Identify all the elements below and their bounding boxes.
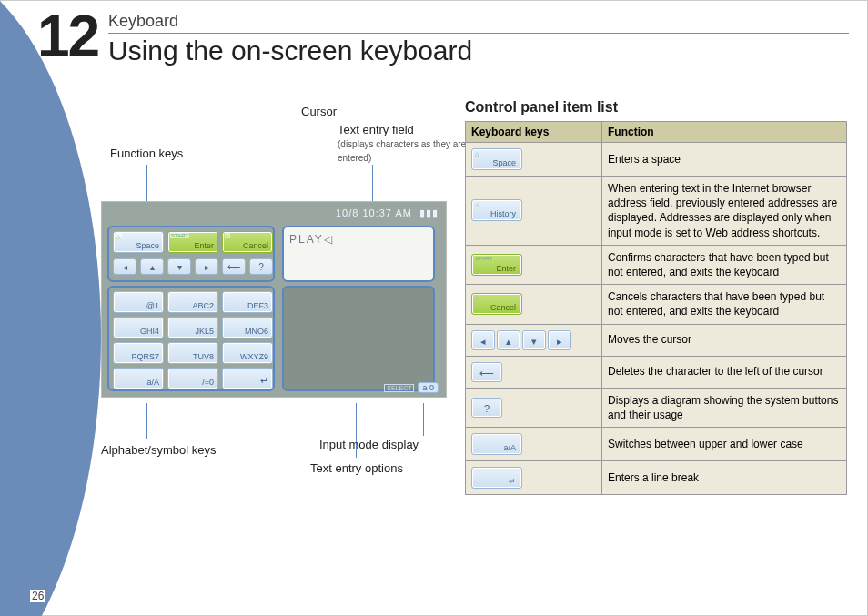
table-row: STARTEnter Confirms characters that have… <box>466 245 847 284</box>
key-6[interactable]: MNO6 <box>222 317 273 338</box>
table-row: ⟵ Deletes the character to the left of t… <box>466 356 847 388</box>
arrow-up-icon: ▴ <box>497 330 520 350</box>
key-9[interactable]: WXYZ9 <box>222 342 273 364</box>
text-entry-options-area[interactable] <box>282 286 435 391</box>
key-arrow-left[interactable]: ◂ <box>113 258 136 275</box>
key-8[interactable]: TUV8 <box>167 342 218 364</box>
arrow-right-icon: ▸ <box>548 330 571 350</box>
key-arrow-right[interactable]: ▸ <box>195 258 218 275</box>
manual-page: 12 Keyboard Using the on-screen keyboard… <box>0 0 868 616</box>
callout-function-keys: Function keys <box>110 146 183 160</box>
fn-text: Moves the cursor <box>602 324 847 356</box>
status-bar: 10/8 10:37 AM ▮▮▮ <box>336 207 439 219</box>
key-arrow-up[interactable]: ▴ <box>140 258 164 275</box>
tkey-help: ? <box>471 398 502 418</box>
control-panel-table: Keyboard keys Function △Space Enters a s… <box>465 121 847 495</box>
select-label: SELECT <box>384 384 414 392</box>
page-number: 26 <box>30 590 45 602</box>
tkey-space: △Space <box>471 148 522 170</box>
callout-label: Alphabet/symbol keys <box>101 443 216 457</box>
table-row: ? Displays a diagram showing the system … <box>466 388 847 427</box>
callout-label: Text entry field <box>338 123 414 136</box>
battery-icon: ▮▮▮ <box>419 207 439 219</box>
fn-text: Confirms characters that have been typed… <box>602 245 847 284</box>
th-keys: Keyboard keys <box>466 122 602 143</box>
tkey-case: a/A <box>471 433 522 455</box>
key-5[interactable]: JKL5 <box>167 317 218 338</box>
key-enter[interactable]: STARTEnter <box>167 231 218 253</box>
table-row: △Space Enters a space <box>466 143 847 177</box>
key-help[interactable]: ? <box>249 258 273 275</box>
input-mode-chip: a 0 <box>418 382 439 393</box>
tkey-linebreak: ↵ <box>471 467 522 489</box>
alphabet-key-group: .@1 ABC2 DEF3 GHI4 JKL5 MNO6 PQRS7 TUV8 … <box>107 286 275 391</box>
callout-cursor: Cursor <box>301 105 337 118</box>
function-key-group: △Space STARTEnter ○Cancel ◂ ▴ ▾ ▸ ⟵ ? <box>107 226 275 282</box>
callout-label: Input mode display <box>319 438 419 451</box>
callout-text-entry-field: Text entry field (displays characters as… <box>338 123 474 164</box>
fn-text: Deletes the character to the left of the… <box>602 356 847 388</box>
psp-screenshot: 10/8 10:37 AM ▮▮▮ △Space STARTEnter ○Can… <box>101 201 447 398</box>
key-7[interactable]: PQRS7 <box>113 342 164 364</box>
key-4[interactable]: GHI4 <box>113 317 164 338</box>
key-2[interactable]: ABC2 <box>167 291 218 313</box>
cursor-icon: ◁ <box>324 233 334 246</box>
key-backspace[interactable]: ⟵ <box>222 258 246 275</box>
tkey-history: △History <box>471 199 522 221</box>
section-label: Keyboard <box>108 12 849 34</box>
callouts-top: Function keys Cursor Text entry field (d… <box>101 101 456 201</box>
right-column: Control panel item list Keyboard keys Fu… <box>465 99 847 495</box>
left-column: Function keys Cursor Text entry field (d… <box>101 101 456 481</box>
input-mode-display: SELECT a 0 <box>384 382 439 393</box>
key-space[interactable]: △Space <box>113 231 164 253</box>
key-arrow-down[interactable]: ▾ <box>167 258 191 275</box>
side-arc-decor <box>0 0 101 616</box>
callouts-bottom: Alphabet/symbol keys Text entry options … <box>101 409 456 481</box>
tkey-enter: STARTEnter <box>471 254 522 276</box>
callout-text-options: Text entry options <box>310 461 403 475</box>
section-title: Using the on-screen keyboard <box>108 35 849 66</box>
table-row: △History When entering text in the Inter… <box>466 177 847 246</box>
text-entry-field[interactable]: PLAY◁ <box>282 226 435 282</box>
fn-text: Displays a diagram showing the system bu… <box>602 388 847 427</box>
tkey-backspace: ⟵ <box>471 362 502 382</box>
page-header: 12 Keyboard Using the on-screen keyboard <box>37 12 849 66</box>
key-0[interactable]: /=0 <box>167 368 218 389</box>
table-row: ◂ ▴ ▾ ▸ Moves the cursor <box>466 324 847 356</box>
key-case[interactable]: a/A <box>113 368 164 389</box>
clock-text: 10/8 10:37 AM <box>336 207 412 218</box>
callout-alphabet-keys: Alphabet/symbol keys <box>101 443 216 457</box>
section-number: 12 <box>37 12 98 61</box>
callout-label: Cursor <box>301 105 337 118</box>
table-row: ○Cancel Cancels characters that have bee… <box>466 285 847 324</box>
th-fn: Function <box>602 122 847 143</box>
entered-text: PLAY <box>289 233 324 246</box>
key-3[interactable]: DEF3 <box>222 291 273 313</box>
fn-text: Enters a space <box>602 143 847 177</box>
fn-text: When entering text in the Internet brows… <box>602 177 847 246</box>
tkey-cancel: ○Cancel <box>471 293 522 315</box>
control-panel-title: Control panel item list <box>465 99 847 116</box>
callout-label: Function keys <box>110 146 183 160</box>
key-cancel[interactable]: ○Cancel <box>222 231 273 253</box>
fn-text: Enters a line break <box>602 460 847 494</box>
key-linebreak[interactable]: ↵ <box>222 368 273 389</box>
key-1[interactable]: .@1 <box>113 291 164 313</box>
table-row: a/A Switches between upper and lower cas… <box>466 427 847 460</box>
arrow-down-icon: ▾ <box>522 330 546 350</box>
callout-input-mode: Input mode display <box>319 438 419 451</box>
table-row: ↵ Enters a line break <box>466 460 847 494</box>
callout-note: (displays characters as they are entered… <box>338 139 466 163</box>
fn-text: Cancels characters that have been typed … <box>602 285 847 324</box>
callout-label: Text entry options <box>310 461 403 475</box>
fn-text: Switches between upper and lower case <box>602 427 847 460</box>
tkey-arrows: ◂ ▴ ▾ ▸ <box>471 330 596 350</box>
arrow-left-icon: ◂ <box>471 330 495 350</box>
